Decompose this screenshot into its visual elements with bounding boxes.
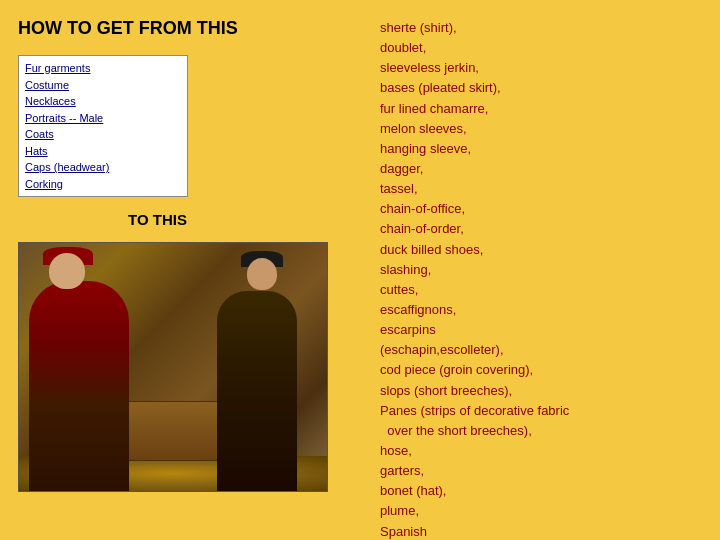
- list-item[interactable]: Fur garments: [25, 60, 181, 77]
- painting-figure-right: [217, 291, 297, 491]
- list-box: Fur garments Costume Necklaces Portraits…: [18, 55, 188, 197]
- left-panel: HOW TO GET FROM THIS Fur garments Costum…: [0, 0, 370, 540]
- to-this-label: TO THIS: [128, 211, 360, 228]
- page-title: HOW TO GET FROM THIS: [18, 18, 360, 39]
- list-item[interactable]: Necklaces: [25, 93, 181, 110]
- category-list: Fur garments Costume Necklaces Portraits…: [25, 60, 181, 192]
- list-item[interactable]: Portraits -- Male: [25, 110, 181, 127]
- painting-background: [19, 243, 327, 491]
- list-item[interactable]: Hats: [25, 143, 181, 160]
- page-container: HOW TO GET FROM THIS Fur garments Costum…: [0, 0, 720, 540]
- list-item[interactable]: Corking: [25, 176, 181, 193]
- painting-figure-left: [29, 281, 129, 491]
- list-item[interactable]: Caps (headwear): [25, 159, 181, 176]
- portrait-painting: [18, 242, 328, 492]
- list-item[interactable]: Coats: [25, 126, 181, 143]
- right-panel: sherte (shirt), doublet, sleeveless jerk…: [370, 0, 720, 540]
- desc-line: sherte (shirt), doublet, sleeveless jerk…: [380, 20, 569, 540]
- painting-head-right: [247, 258, 277, 290]
- description-text: sherte (shirt), doublet, sleeveless jerk…: [380, 18, 706, 540]
- painting-head-left: [49, 253, 85, 289]
- list-item[interactable]: Costume: [25, 77, 181, 94]
